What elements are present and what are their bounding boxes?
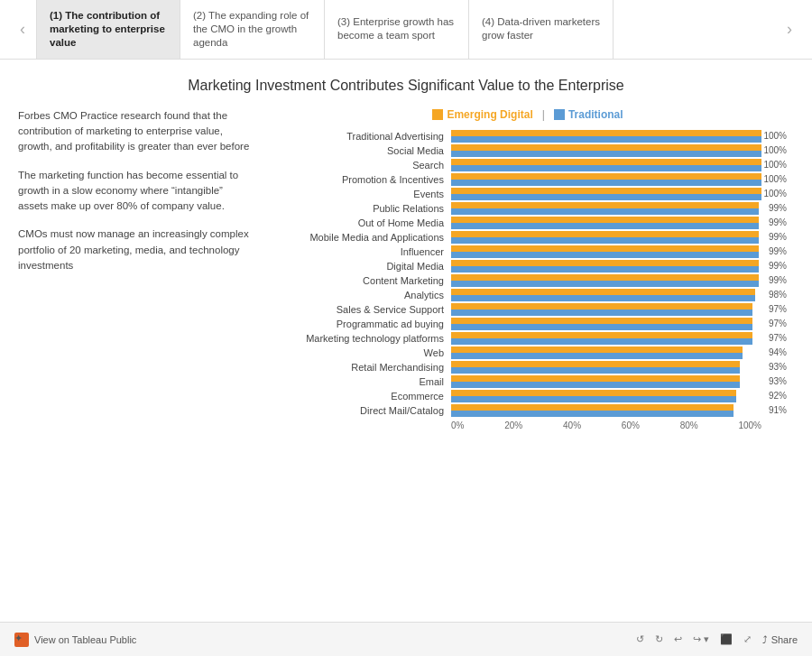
row-label: Influencer (262, 246, 451, 257)
emerging-bar (451, 318, 752, 324)
bar-percentage: 100% (763, 145, 787, 155)
table-row: Promotion & Incentives100% (262, 173, 794, 186)
bar-percentage: 97% (769, 319, 787, 328)
traditional-bar (451, 194, 761, 200)
legend-traditional[interactable]: Traditional (554, 108, 623, 121)
bar-container: 99% (451, 217, 761, 229)
fullscreen-button[interactable]: ⤢ (743, 633, 752, 645)
bar-percentage: 100% (763, 131, 787, 141)
bar-container: 99% (451, 260, 761, 273)
tableau-icon: ✦ (14, 633, 29, 647)
row-label: Mobile Media and Applications (262, 232, 451, 243)
row-label: Ecommerce (262, 391, 451, 402)
toolbar-icons: ↺ ↻ ↩ ↪ ▾ ⬛ ⤢ ⤴ Share (636, 633, 798, 645)
tableau-link[interactable]: ✦ View on Tableau Public (14, 633, 136, 647)
top-navigation: ‹ (1) The contribution of marketing to e… (0, 0, 812, 60)
redo-button[interactable]: ↻ (655, 633, 663, 645)
description-paragraph: Forbes CMO Practice research found that … (18, 108, 253, 155)
bar-percentage: 99% (769, 232, 787, 242)
table-row: Public Relations99% (262, 202, 794, 215)
emerging-bar (451, 274, 759, 281)
table-row: Mobile Media and Applications99% (262, 231, 794, 244)
table-row: Events100% (262, 188, 794, 200)
emerging-bar (451, 159, 761, 165)
emerging-color-swatch (432, 109, 443, 120)
bar-container: 100% (451, 144, 761, 157)
bar-percentage: 91% (769, 405, 787, 415)
prev-arrow[interactable]: ‹ (9, 0, 36, 59)
nav-tab-tab2[interactable]: (2) The expanding role of the CMO in the… (180, 0, 325, 59)
row-label: Traditional Advertising (262, 131, 451, 142)
bar-container: 93% (451, 375, 761, 388)
traditional-bar (451, 237, 759, 244)
traditional-bar (451, 295, 755, 301)
description-paragraph: CMOs must now manage an increasingly com… (18, 226, 253, 273)
bar-percentage: 99% (769, 217, 787, 227)
left-description: Forbes CMO Practice research found that … (18, 108, 262, 430)
emerging-bar (451, 404, 734, 411)
share-label: Share (771, 634, 798, 645)
bar-percentage: 100% (763, 160, 787, 170)
emerging-bar (451, 260, 759, 266)
table-row: Web94% (262, 346, 794, 359)
x-axis-label: 0% (451, 420, 464, 430)
legend-emerging[interactable]: Emerging Digital (432, 108, 532, 121)
table-row: Direct Mail/Catalog91% (262, 404, 794, 417)
traditional-bar (451, 208, 759, 215)
traditional-bar (451, 136, 761, 143)
table-row: Digital Media99% (262, 260, 794, 273)
emerging-bar (451, 173, 761, 180)
bar-percentage: 99% (769, 275, 787, 285)
emerging-bar (451, 231, 759, 237)
row-label: Email (262, 376, 451, 387)
forward-button[interactable]: ↪ ▾ (693, 633, 709, 645)
download-button[interactable]: ⬛ (720, 633, 733, 645)
row-label: Web (262, 347, 451, 358)
bar-container: 92% (451, 390, 761, 402)
next-arrow[interactable]: › (776, 0, 803, 59)
row-label: Marketing technology platforms (262, 333, 451, 344)
nav-tab-tab1[interactable]: (1) The contribution of marketing to ent… (36, 0, 180, 59)
bar-container: 99% (451, 274, 761, 287)
share-button[interactable]: ⤴ Share (762, 634, 798, 645)
row-label: Digital Media (262, 261, 451, 272)
bar-percentage: 99% (769, 203, 787, 213)
traditional-bar (451, 266, 759, 273)
row-label: Public Relations (262, 203, 451, 214)
emerging-bar (451, 390, 736, 396)
bar-container: 97% (451, 332, 761, 345)
traditional-bar (451, 151, 761, 157)
undo-button[interactable]: ↺ (636, 633, 644, 645)
emerging-bar (451, 188, 761, 194)
traditional-bar (451, 165, 761, 171)
row-label: Events (262, 189, 451, 199)
bar-percentage: 99% (769, 261, 787, 271)
bar-container: 100% (451, 130, 761, 143)
emerging-bar (451, 202, 759, 208)
emerging-bar (451, 303, 752, 310)
back-button[interactable]: ↩ (674, 633, 682, 645)
row-label: Out of Home Media (262, 217, 451, 228)
emerging-bar (451, 144, 761, 151)
tableau-link-label: View on Tableau Public (34, 634, 136, 645)
nav-tab-tab4[interactable]: (4) Data-driven marketers grow faster (469, 0, 614, 59)
x-axis-label: 60% (622, 420, 640, 430)
traditional-bar (451, 310, 752, 316)
bar-percentage: 94% (769, 347, 787, 357)
nav-tab-tab3[interactable]: (3) Enterprise growth has become a team … (325, 0, 469, 59)
bar-percentage: 100% (763, 189, 787, 199)
bar-percentage: 100% (763, 174, 787, 184)
bar-container: 98% (451, 289, 761, 301)
table-row: Ecommerce92% (262, 390, 794, 402)
bar-container: 100% (451, 173, 761, 186)
emerging-bar (451, 375, 740, 382)
traditional-bar (451, 180, 761, 186)
row-label: Retail Merchandising (262, 362, 451, 373)
bar-container: 99% (451, 202, 761, 215)
row-label: Content Marketing (262, 275, 451, 286)
row-label: Direct Mail/Catalog (262, 405, 451, 416)
bar-container: 93% (451, 361, 761, 374)
bar-container: 99% (451, 231, 761, 244)
share-icon: ⤴ (762, 634, 768, 645)
traditional-bar (451, 396, 736, 402)
